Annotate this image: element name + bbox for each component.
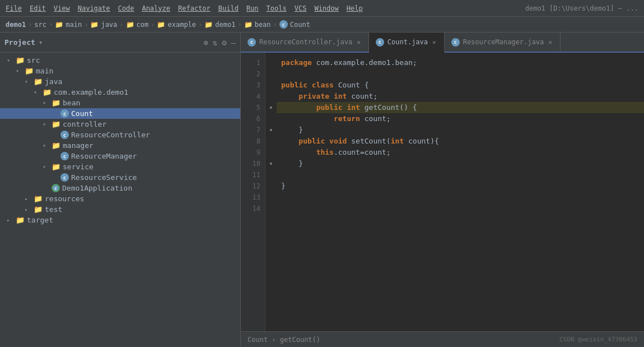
tab-ResourceManager-java[interactable]: cResourceManager.java✕ [445,33,561,52]
line-number-14: 14 [241,203,265,214]
main-layout: Project ▾ ⊕ ⇅ ⚙ — ▾📁src▾📁main▾📁java▾📁com… [0,33,644,347]
line-number-11: 11 [241,169,265,181]
tree-item-label: service [63,163,94,171]
token: count; [347,92,377,100]
tree-item-label: ResourceManager [71,152,137,160]
menu-analyze[interactable]: Analyze [142,4,170,12]
tab-close-button[interactable]: ✕ [356,39,362,46]
menu-bar[interactable]: FileEditViewNavigateCodeAnalyzeRefactorB… [6,4,363,12]
tab-ResourceController-java[interactable]: cResourceController.java✕ [241,33,369,52]
gutter-1 [265,57,277,68]
tree-item-controller[interactable]: ▾📁controller [0,119,240,129]
title-path: demo1 [D:\Users\demo1] – ... [525,4,638,12]
code-editor[interactable]: 1234567891011121314 ◆◆◆ package com.exam… [241,53,644,331]
status-breadcrumb-text: Count › getCount() [248,336,320,344]
tree-item-Demo1Application[interactable]: cDemo1Application [0,183,240,193]
tree-item-label: ResourceService [71,173,137,182]
breadcrumb-item-demo1[interactable]: demo1 [6,21,26,29]
breadcrumb-sep: › [198,21,202,29]
tree-item-main[interactable]: ▾📁main [0,66,240,76]
tree-chevron: ▸ [7,217,13,223]
tree-chevron: ▾ [43,142,49,149]
tree-item-test[interactable]: ▸📁test [0,204,240,215]
breadcrumb-item-java[interactable]: 📁java [90,21,117,29]
sidebar-title-label: Project [4,38,35,47]
tree-item-ResourceManager[interactable]: cResourceManager [0,151,240,161]
code-line-6: return count; [277,113,644,124]
token [281,148,316,156]
folder-icon: 📁 [52,99,60,107]
breadcrumb-item-src[interactable]: src [34,21,46,29]
settings-icon[interactable]: ⚙ [222,38,226,47]
folder-icon: 📁 [244,21,253,29]
tree-item-resources[interactable]: ▸📁resources [0,193,240,204]
tab-class-icon: c [248,38,256,47]
token: Count { [334,81,369,89]
menu-window[interactable]: Window [314,4,338,12]
gutter-9 [265,147,277,158]
breadcrumb-item-demo1[interactable]: 📁demo1 [204,21,235,29]
tree-item-target[interactable]: ▸📁target [0,215,240,225]
menu-edit[interactable]: Edit [30,4,46,12]
breadcrumb-item-com[interactable]: 📁com [126,21,149,29]
crumb-label: example [167,21,196,29]
tree-item-ResourceService[interactable]: cResourceService [0,172,240,183]
breadcrumb-item-example[interactable]: 📁example [157,21,196,29]
token: } [281,159,303,168]
folder-icon: 📁 [16,56,25,64]
menu-tools[interactable]: Tools [267,4,287,12]
menu-navigate[interactable]: Navigate [78,4,110,12]
breadcrumb-item-count[interactable]: cCount [279,20,310,29]
menu-vcs[interactable]: VCS [295,4,307,12]
token: return [334,114,360,123]
gutter: ◆◆◆ [265,53,277,331]
token: .count=count; [334,148,391,156]
folder-icon: 📁 [52,120,60,128]
tree-chevron: ▾ [43,100,49,106]
menu-build[interactable]: Build [218,4,239,12]
tree-item-service[interactable]: ▾📁service [0,161,240,172]
menu-refactor[interactable]: Refactor [178,4,211,12]
sidebar-title: Project ▾ [4,38,43,47]
menu-run[interactable]: Run [246,4,259,12]
sidebar: Project ▾ ⊕ ⇅ ⚙ — ▾📁src▾📁main▾📁java▾📁com… [0,33,241,347]
breadcrumb-sep: › [273,21,277,29]
breadcrumb-item-bean[interactable]: 📁bean [244,21,271,29]
tree-item-manager[interactable]: ▾📁manager [0,140,240,151]
tree-item-com.example.demo1[interactable]: ▾📁com.example.demo1 [0,87,240,98]
breadcrumb-item-main[interactable]: 📁main [55,21,82,29]
token [325,137,329,145]
collapse-icon[interactable]: ⇅ [213,38,217,47]
menu-file[interactable]: File [6,4,22,12]
token: com.example.demo1.bean; [312,58,417,67]
tree-item-src[interactable]: ▾📁src [0,55,240,66]
tree-item-bean[interactable]: ▾📁bean [0,98,240,108]
line-numbers: 1234567891011121314 [241,53,265,331]
crumb-label: java [101,21,117,29]
tree-chevron: ▾ [34,89,40,95]
breadcrumb-sep: › [119,21,123,29]
token: } [281,182,286,190]
sidebar-toolbar[interactable]: ⊕ ⇅ ⚙ — [203,38,236,47]
sidebar-dropdown-icon[interactable]: ▾ [39,38,43,47]
token [281,137,298,145]
tree-item-java[interactable]: ▾📁java [0,76,240,87]
tab-close-button[interactable]: ✕ [431,39,437,46]
gutter-3 [265,80,277,91]
line-number-7: 7 [241,124,265,136]
menu-help[interactable]: Help [347,4,363,12]
code-line-14 [277,203,644,214]
menu-code[interactable]: Code [118,4,134,12]
minimize-icon[interactable]: — [231,38,236,47]
locate-icon[interactable]: ⊕ [203,38,208,47]
tree-item-label: main [36,67,53,75]
folder-icon: 📁 [204,21,213,29]
line-number-9: 9 [241,147,265,158]
menu-view[interactable]: View [54,4,70,12]
tree-item-ResourceController[interactable]: cResourceController [0,129,240,140]
tree-item-label: controller [63,120,106,128]
breadcrumb-sep: › [28,21,32,29]
tree-item-Count[interactable]: cCount [0,108,240,119]
tab-Count-java[interactable]: cCount.java✕ [369,33,445,53]
tab-close-button[interactable]: ✕ [547,39,553,46]
